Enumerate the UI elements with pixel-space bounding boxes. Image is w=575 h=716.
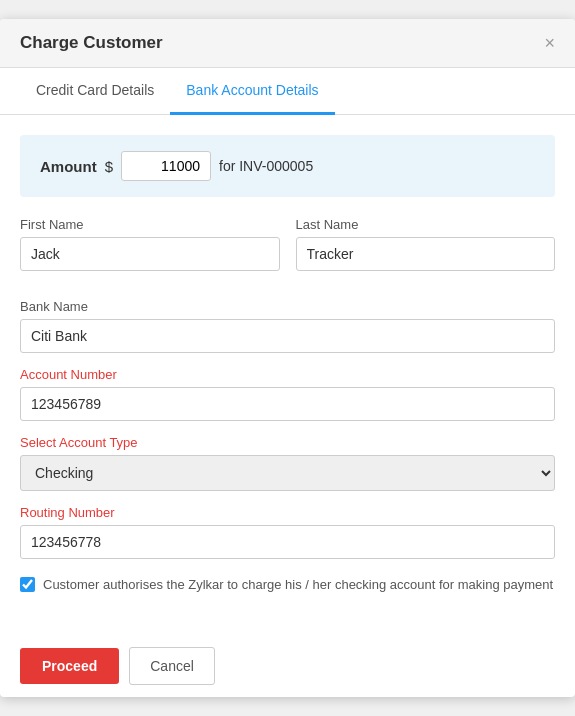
routing-number-input[interactable] [20,525,555,559]
close-button[interactable]: × [544,34,555,52]
currency-symbol: $ [105,158,113,175]
auth-checkbox[interactable] [20,577,35,592]
amount-section: Amount $ for INV-000005 [20,135,555,197]
last-name-input[interactable] [296,237,556,271]
tab-bank-account[interactable]: Bank Account Details [170,68,334,115]
amount-label: Amount [40,158,97,175]
routing-number-group: Routing Number [20,505,555,559]
first-name-input[interactable] [20,237,280,271]
bank-name-input[interactable] [20,319,555,353]
amount-input[interactable] [121,151,211,181]
account-number-label: Account Number [20,367,555,382]
proceed-button[interactable]: Proceed [20,648,119,684]
modal-title: Charge Customer [20,33,163,53]
tab-bar: Credit Card Details Bank Account Details [0,68,575,115]
last-name-group: Last Name [296,217,556,271]
first-name-group: First Name [20,217,280,271]
modal-body: Amount $ for INV-000005 First Name Last … [0,115,575,635]
tab-credit-card[interactable]: Credit Card Details [20,68,170,115]
routing-number-label: Routing Number [20,505,555,520]
bank-name-label: Bank Name [20,299,555,314]
account-type-select[interactable]: Checking Savings [20,455,555,491]
first-name-label: First Name [20,217,280,232]
charge-customer-modal: Charge Customer × Credit Card Details Ba… [0,19,575,697]
bank-name-group: Bank Name [20,299,555,353]
account-type-label: Select Account Type [20,435,555,450]
invoice-text: for INV-000005 [219,158,313,174]
cancel-button[interactable]: Cancel [129,647,215,685]
auth-row: Customer authorises the Zylkar to charge… [20,575,555,595]
modal-header: Charge Customer × [0,19,575,68]
auth-text: Customer authorises the Zylkar to charge… [43,575,553,595]
last-name-label: Last Name [296,217,556,232]
account-number-input[interactable] [20,387,555,421]
account-number-group: Account Number [20,367,555,421]
modal-footer: Proceed Cancel [0,635,575,697]
name-row: First Name Last Name [20,217,555,285]
account-type-group: Select Account Type Checking Savings [20,435,555,491]
